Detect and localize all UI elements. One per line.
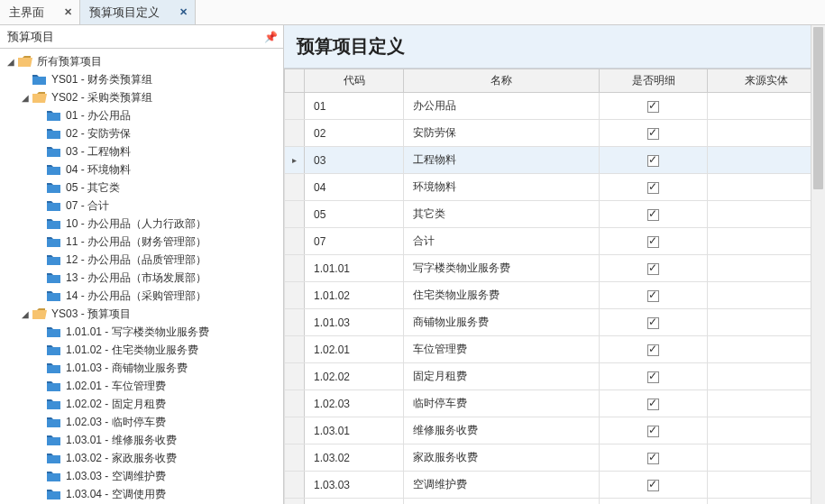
cell-code[interactable]: 1.01.02 bbox=[305, 282, 404, 309]
data-grid[interactable]: 代码 名称 是否明细 来源实体 01办公用品02安防劳保▸03工程物料04环境物… bbox=[284, 69, 825, 504]
checkbox[interactable] bbox=[647, 426, 659, 437]
cell-source[interactable] bbox=[708, 255, 825, 282]
cell-code[interactable]: 1.03.01 bbox=[305, 417, 404, 444]
cell-source[interactable] bbox=[708, 282, 825, 309]
cell-detail[interactable] bbox=[600, 228, 708, 255]
checkbox[interactable] bbox=[647, 155, 659, 167]
cell-code[interactable]: 1.01.03 bbox=[305, 309, 404, 336]
tree-leaf[interactable]: 1.03.04 - 空调使用费 bbox=[5, 485, 283, 503]
grid-header-detail[interactable]: 是否明细 bbox=[600, 69, 708, 93]
cell-detail[interactable] bbox=[600, 201, 708, 228]
cell-source[interactable] bbox=[708, 174, 825, 201]
chevron-down-icon[interactable]: ◢ bbox=[5, 57, 16, 67]
cell-source[interactable] bbox=[708, 147, 825, 174]
cell-code[interactable]: 1.02.02 bbox=[305, 363, 404, 390]
tree-leaf[interactable]: 07 - 合计 bbox=[5, 197, 283, 215]
cell-name[interactable]: 空调使用费 bbox=[404, 499, 600, 505]
cell-source[interactable] bbox=[708, 444, 825, 472]
tree-leaf[interactable]: 1.02.03 - 临时停车费 bbox=[5, 413, 283, 431]
cell-name[interactable]: 空调维护费 bbox=[404, 472, 600, 499]
cell-code[interactable]: 02 bbox=[305, 120, 404, 147]
cell-name[interactable]: 工程物料 bbox=[404, 147, 600, 174]
checkbox[interactable] bbox=[647, 480, 659, 491]
cell-detail[interactable] bbox=[600, 174, 708, 201]
cell-detail[interactable] bbox=[600, 309, 708, 336]
cell-source[interactable] bbox=[708, 472, 825, 499]
grid-header-source[interactable]: 来源实体 bbox=[708, 69, 825, 93]
cell-name[interactable]: 办公用品 bbox=[404, 93, 600, 120]
tree-leaf[interactable]: YS01 - 财务类预算组 bbox=[5, 70, 283, 88]
table-row[interactable]: 1.03.02家政服务收费 bbox=[285, 444, 825, 472]
cell-detail[interactable] bbox=[600, 255, 708, 282]
table-row[interactable]: 1.01.02住宅类物业服务费 bbox=[285, 282, 825, 309]
checkbox[interactable] bbox=[647, 182, 659, 194]
checkbox[interactable] bbox=[647, 263, 659, 275]
cell-code[interactable]: 05 bbox=[305, 201, 404, 228]
checkbox[interactable] bbox=[647, 317, 659, 329]
chevron-down-icon[interactable]: ◢ bbox=[20, 93, 31, 103]
cell-source[interactable] bbox=[708, 417, 825, 444]
tree-leaf[interactable]: 13 - 办公用品（市场发展部） bbox=[5, 269, 283, 287]
tab-1[interactable]: 预算项目定义✕ bbox=[80, 0, 196, 24]
cell-name[interactable]: 写字楼类物业服务费 bbox=[404, 255, 600, 282]
pin-icon[interactable]: 📌 bbox=[264, 31, 278, 43]
table-row[interactable]: 02安防劳保 bbox=[285, 120, 825, 147]
checkbox[interactable] bbox=[647, 399, 659, 410]
tree-branch[interactable]: ◢所有预算项目 bbox=[5, 52, 283, 70]
tree-branch[interactable]: ◢YS02 - 采购类预算组 bbox=[5, 88, 283, 106]
table-row[interactable]: 07合计 bbox=[285, 228, 825, 255]
cell-code[interactable]: 1.03.03 bbox=[305, 472, 404, 499]
cell-source[interactable] bbox=[708, 499, 825, 505]
cell-code[interactable]: 04 bbox=[305, 174, 404, 201]
cell-code[interactable]: 07 bbox=[305, 228, 404, 255]
cell-name[interactable]: 家政服务收费 bbox=[404, 444, 600, 472]
cell-name[interactable]: 临时停车费 bbox=[404, 390, 600, 417]
cell-name[interactable]: 商铺物业服务费 bbox=[404, 309, 600, 336]
cell-source[interactable] bbox=[708, 309, 825, 336]
tree-leaf[interactable]: 1.01.02 - 住宅类物业服务费 bbox=[5, 341, 283, 359]
tree-leaf[interactable]: 03 - 工程物料 bbox=[5, 142, 283, 160]
tree-branch[interactable]: ◢YS03 - 预算项目 bbox=[5, 305, 283, 323]
tree[interactable]: ◢所有预算项目YS01 - 财务类预算组◢YS02 - 采购类预算组01 - 办… bbox=[0, 49, 283, 504]
cell-code[interactable]: 1.03.04 bbox=[305, 499, 404, 505]
grid-header-name[interactable]: 名称 bbox=[404, 69, 600, 93]
tree-leaf[interactable]: 1.03.01 - 维修服务收费 bbox=[5, 431, 283, 449]
tree-leaf[interactable]: 12 - 办公用品（品质管理部） bbox=[5, 251, 283, 269]
cell-detail[interactable] bbox=[600, 336, 708, 363]
table-row[interactable]: 1.03.03空调维护费 bbox=[285, 472, 825, 499]
checkbox[interactable] bbox=[647, 209, 659, 221]
tree-leaf[interactable]: 1.03.02 - 家政服务收费 bbox=[5, 449, 283, 467]
table-row[interactable]: 1.03.01维修服务收费 bbox=[285, 417, 825, 444]
checkbox[interactable] bbox=[647, 236, 659, 248]
tree-leaf[interactable]: 05 - 其它类 bbox=[5, 179, 283, 197]
table-row[interactable]: 01办公用品 bbox=[285, 93, 825, 120]
tree-leaf[interactable]: 1.03.03 - 空调维护费 bbox=[5, 467, 283, 485]
table-row[interactable]: 04环境物料 bbox=[285, 174, 825, 201]
checkbox[interactable] bbox=[647, 101, 659, 113]
checkbox[interactable] bbox=[647, 344, 659, 356]
cell-detail[interactable] bbox=[600, 93, 708, 120]
checkbox[interactable] bbox=[647, 290, 659, 302]
table-row[interactable]: 1.02.02固定月租费 bbox=[285, 363, 825, 390]
table-row[interactable]: ▸03工程物料 bbox=[285, 147, 825, 174]
cell-detail[interactable] bbox=[600, 499, 708, 505]
checkbox[interactable] bbox=[647, 453, 659, 464]
cell-name[interactable]: 固定月租费 bbox=[404, 363, 600, 390]
tree-leaf[interactable]: 01 - 办公用品 bbox=[5, 106, 283, 124]
tree-leaf[interactable]: 11 - 办公用品（财务管理部） bbox=[5, 233, 283, 251]
close-icon[interactable]: ✕ bbox=[64, 6, 72, 18]
tree-leaf[interactable]: 14 - 办公用品（采购管理部） bbox=[5, 287, 283, 305]
grid-header-code[interactable]: 代码 bbox=[305, 69, 404, 93]
cell-detail[interactable] bbox=[600, 147, 708, 174]
checkbox[interactable] bbox=[647, 128, 659, 140]
cell-code[interactable]: 03 bbox=[305, 147, 404, 174]
tree-leaf[interactable]: 04 - 环境物料 bbox=[5, 160, 283, 179]
cell-detail[interactable] bbox=[600, 120, 708, 147]
tab-0[interactable]: 主界面✕ bbox=[0, 0, 80, 24]
cell-source[interactable] bbox=[708, 93, 825, 120]
scroll-thumb[interactable] bbox=[813, 27, 823, 189]
cell-name[interactable]: 住宅类物业服务费 bbox=[404, 282, 600, 309]
cell-code[interactable]: 1.01.01 bbox=[305, 255, 404, 282]
cell-code[interactable]: 1.03.02 bbox=[305, 444, 404, 472]
cell-code[interactable]: 1.02.03 bbox=[305, 390, 404, 417]
